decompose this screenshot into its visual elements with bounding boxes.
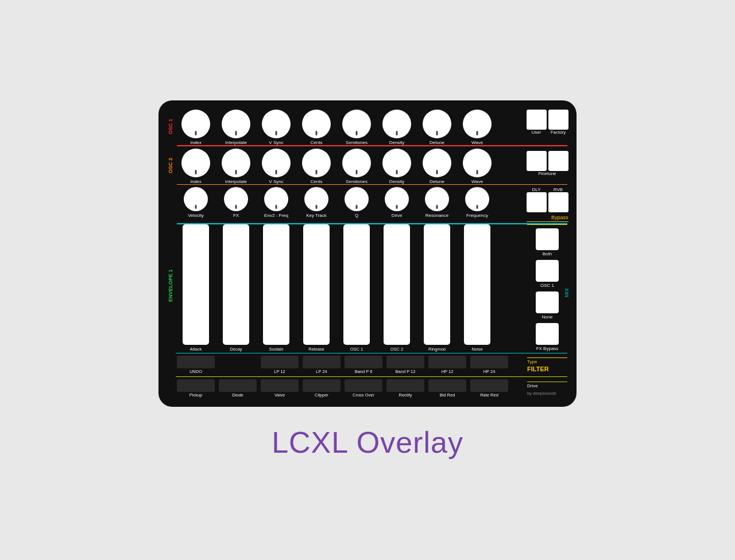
osc1-knob-2: V Sync [256, 110, 296, 145]
valve-label: Valve [274, 392, 285, 398]
hp12-button[interactable] [428, 356, 466, 368]
bidred-label: Bid Red [440, 392, 455, 398]
fader-osc1-track[interactable] [343, 224, 370, 345]
fader-ringmod-track[interactable] [424, 224, 450, 345]
knob-fx[interactable] [224, 187, 248, 211]
fader-release-track[interactable] [303, 224, 330, 345]
osc2-knob-detune[interactable] [423, 149, 451, 177]
osc2-knob-2: V Sync [256, 149, 296, 184]
osc1-knobs: Index Interpolate V Sync Cents Semitones [176, 110, 524, 145]
fader-sustain: Sustain [256, 224, 296, 352]
fader-noise: Noise [457, 224, 497, 352]
rvb-button[interactable] [548, 192, 568, 212]
factory-button[interactable] [548, 110, 568, 130]
osc2-knob-wave[interactable] [463, 149, 492, 177]
fader-noise-track[interactable] [464, 224, 490, 345]
osc2-knob-index[interactable] [181, 149, 210, 177]
knob-keytrack[interactable] [304, 187, 328, 211]
osc1-knob-6: Detune [417, 110, 457, 145]
diode-button[interactable] [219, 379, 257, 392]
hp24-button[interactable] [470, 356, 508, 368]
knob-env2freq[interactable] [264, 187, 288, 211]
osc2-line [177, 184, 567, 185]
bidred-button[interactable] [428, 379, 466, 392]
right-panel-top: User Factory [524, 110, 567, 135]
fx-bypass-button[interactable] [536, 323, 559, 345]
fader-osc1-label: OSC 1 [350, 347, 363, 352]
osc2-label-cents: Cents [296, 179, 336, 184]
both-label: Both [543, 251, 552, 256]
lp12-button[interactable] [261, 356, 299, 368]
osc2-knobs: Index Interpolate V Sync Cents Semitones [176, 149, 524, 184]
osc1-mix-button[interactable] [536, 260, 559, 282]
hp12-group: HP 12 [427, 356, 467, 374]
user-factory-pair: User Factory [527, 110, 568, 135]
osc2-label-interpolate: Interpolate [216, 179, 256, 184]
diode-group: Diode [218, 379, 258, 398]
osc2-knob-7: Wave [457, 149, 497, 184]
page-title: LCXL Overlay [272, 425, 463, 460]
rectify-button[interactable] [386, 379, 424, 392]
right-panel-osc2: Finetune [524, 149, 567, 176]
osc1-knob-wave[interactable] [463, 110, 492, 138]
fader-sustain-track[interactable] [263, 224, 289, 345]
user-label: User [532, 130, 541, 135]
osc1-knob-index[interactable] [181, 110, 210, 138]
finetune-btn1[interactable] [527, 151, 547, 171]
knob-velocity[interactable] [184, 187, 208, 211]
osc2-knob-cents[interactable] [302, 149, 331, 177]
ratered-label: Rate Red [480, 392, 498, 398]
drive-line [527, 382, 567, 382]
lp24-button[interactable] [303, 356, 341, 368]
drive-text-label: Drive [527, 383, 538, 388]
bandp6-button[interactable] [345, 356, 382, 368]
undo-group: UNDO [176, 356, 216, 374]
user-button[interactable] [527, 110, 547, 130]
dly-button[interactable] [527, 192, 547, 212]
osc1-knob-detune[interactable] [423, 110, 451, 138]
none-button[interactable] [536, 291, 559, 313]
osc1-knob-density[interactable] [382, 110, 411, 138]
bandp12-button[interactable] [386, 356, 424, 368]
osc2-knob-semitones[interactable] [342, 149, 371, 177]
osc2-knob-3: Cents [296, 149, 336, 184]
fader-decay-track[interactable] [223, 224, 249, 345]
clipper-button[interactable] [303, 379, 341, 392]
label-q: Q [336, 213, 377, 218]
osc1-knob-semitones[interactable] [342, 110, 371, 138]
pickup-button[interactable] [177, 379, 215, 392]
crossover-button[interactable] [345, 379, 382, 392]
type-filter-labels: Type FILTER [524, 357, 567, 372]
fader-release: Release [296, 224, 336, 352]
knob-frequency[interactable] [465, 187, 489, 211]
undo-label: UNDO [189, 369, 202, 374]
ratered-group: Rate Red [469, 379, 509, 398]
osc1-label-vsync: V Sync [256, 140, 296, 145]
mod-knob-q: Q [336, 187, 377, 218]
osc1-label-wave: Wave [457, 140, 497, 145]
osc1-knob-cents[interactable] [302, 110, 331, 138]
osc2-label-density: Density [377, 179, 417, 184]
osc2-knob-interpolate[interactable] [222, 149, 250, 177]
bidred-group: Bid Red [427, 379, 467, 398]
osc2-knob-density[interactable] [382, 149, 411, 177]
both-button[interactable] [536, 228, 559, 250]
filter-section: UNDO LP 12 LP 24 Band P 6 Band P 12 [168, 356, 567, 374]
valve-button[interactable] [261, 379, 299, 392]
osc1-knob-4: Semitones [336, 110, 377, 145]
finetune-btn2[interactable] [548, 151, 568, 171]
bypass-label: Bypass [551, 215, 568, 220]
fader-osc1: OSC 1 [336, 224, 377, 352]
fader-osc2-track[interactable] [384, 224, 410, 345]
finetune-label: Finetune [538, 171, 556, 176]
osc1-knob-interpolate[interactable] [222, 110, 250, 138]
osc2-knob-vsync[interactable] [262, 149, 291, 177]
osc1-knob-vsync[interactable] [262, 110, 291, 138]
undo-button[interactable] [177, 356, 215, 368]
fader-attack-track[interactable] [183, 224, 209, 345]
ratered-button[interactable] [470, 379, 508, 392]
fader-decay: Decay [216, 224, 256, 352]
knob-q[interactable] [345, 187, 369, 211]
knob-drive[interactable] [385, 187, 409, 211]
knob-resonance[interactable] [425, 187, 449, 211]
